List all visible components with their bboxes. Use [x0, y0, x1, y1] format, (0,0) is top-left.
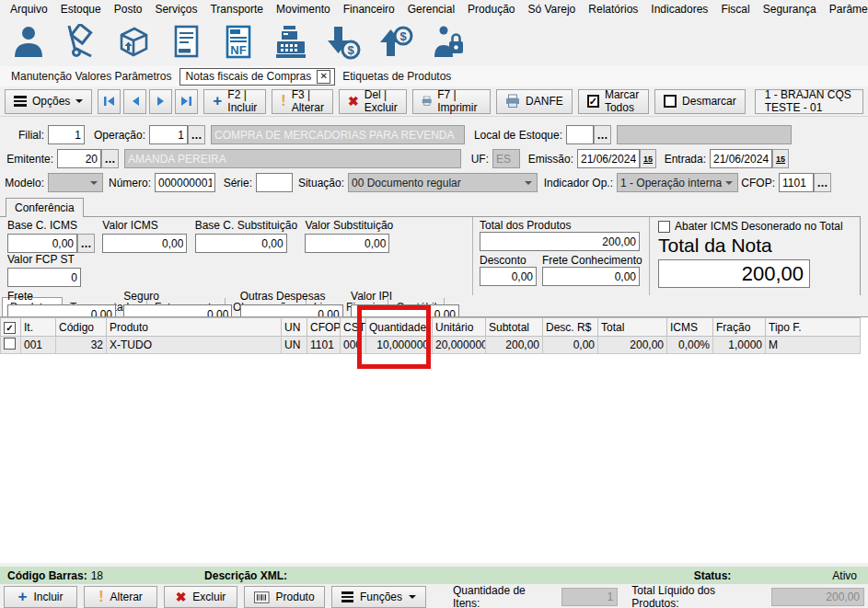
- desmarcar-label: Desmarcar: [682, 95, 736, 108]
- menu-servicos[interactable]: Serviços: [148, 1, 203, 17]
- funcoes-button[interactable]: Funções: [331, 586, 426, 608]
- table-row[interactable]: 001 32 X-TUDO UN 1101 000 10,000000 20,0…: [1, 337, 861, 354]
- options-button[interactable]: Opções: [5, 89, 92, 114]
- col-codigo[interactable]: Código: [56, 318, 107, 337]
- menu-producao[interactable]: Produção: [461, 1, 521, 17]
- local-estoque-input[interactable]: [566, 125, 594, 144]
- col-fracao[interactable]: Fração: [713, 318, 766, 337]
- emitente-browse-button[interactable]: …: [101, 149, 119, 168]
- icon-toolbar: NF $ $: [0, 18, 868, 66]
- del-excluir-button[interactable]: ✖ Del | Excluir: [339, 89, 407, 114]
- cfop-browse-button[interactable]: …: [814, 173, 831, 192]
- filial-input[interactable]: [48, 125, 85, 144]
- cfop-input[interactable]: [779, 173, 814, 192]
- valor-substituicao-input[interactable]: [305, 234, 389, 253]
- incluir-button[interactable]: + Incluir: [4, 586, 77, 608]
- menu-parametros[interactable]: Parâmetros: [823, 1, 868, 17]
- desconto-input[interactable]: [480, 267, 537, 286]
- emitente-input[interactable]: [57, 149, 101, 168]
- select-all-header[interactable]: ✓: [1, 318, 21, 337]
- produto-button[interactable]: Produto: [244, 586, 325, 608]
- col-total[interactable]: Total: [598, 318, 667, 337]
- first-record-button[interactable]: [98, 89, 121, 114]
- operacao-browse-button[interactable]: …: [188, 125, 205, 144]
- window-tab-notas-fiscais[interactable]: Notas fiscais de Compras ✕: [179, 68, 336, 86]
- base-c-substituicao-input[interactable]: [195, 234, 287, 253]
- emissao-calendar-button[interactable]: 15: [640, 149, 656, 168]
- local-estoque-browse-button[interactable]: …: [594, 125, 611, 144]
- cash-register-icon[interactable]: [272, 23, 310, 62]
- emitente-descricao-field: AMANDA PEREIRA: [124, 149, 461, 168]
- menu-relatorios[interactable]: Relatórios: [582, 1, 644, 17]
- entrada-date-input[interactable]: [710, 149, 772, 168]
- tax-fields-panel: Base C. ICMS … Valor ICMS Base C. Substi…: [0, 217, 472, 295]
- menu-indicadores[interactable]: Indicadores: [644, 1, 714, 17]
- previous-record-button[interactable]: [123, 89, 146, 114]
- col-quantidade[interactable]: Quantidade: [366, 318, 433, 337]
- excluir-button[interactable]: ✖ Excluir: [164, 586, 237, 608]
- handtruck-icon[interactable]: [62, 23, 100, 62]
- situacao-select[interactable]: 00 Documento regular: [348, 173, 538, 192]
- emissao-date-input[interactable]: [577, 149, 640, 168]
- menu-posto[interactable]: Posto: [108, 1, 149, 17]
- col-cst[interactable]: CST: [341, 318, 366, 337]
- marcar-todos-button[interactable]: ✓ Marcar Todos: [578, 89, 649, 114]
- items-table[interactable]: ✓ It. Código Produto UN CFOP CST Quantid…: [0, 317, 861, 354]
- col-produto[interactable]: Produto: [107, 318, 282, 337]
- entrada-calendar-button[interactable]: 15: [772, 149, 789, 168]
- menu-transporte[interactable]: Transporte: [203, 1, 270, 17]
- abater-icms-checkbox[interactable]: [658, 221, 670, 233]
- base-c-icms-input[interactable]: [7, 234, 77, 253]
- valor-icms-input[interactable]: [102, 234, 187, 253]
- menu-financeiro[interactable]: Financeiro: [337, 1, 401, 17]
- menu-so-varejo[interactable]: Só Varejo: [521, 1, 582, 17]
- col-unitario[interactable]: Unitário: [433, 318, 486, 337]
- col-tipo-f[interactable]: Tipo F.: [766, 318, 861, 337]
- col-icms[interactable]: ICMS: [667, 318, 713, 337]
- operacao-input[interactable]: [149, 125, 188, 144]
- f3-alterar-button[interactable]: ! F3 | Alterar: [272, 89, 333, 114]
- money-out-icon[interactable]: $: [376, 23, 415, 62]
- modelo-select[interactable]: [48, 173, 103, 192]
- last-record-button[interactable]: [175, 89, 198, 114]
- col-cfop[interactable]: CFOP: [307, 318, 341, 337]
- menu-estoque[interactable]: Estoque: [54, 1, 108, 17]
- row-select-cell[interactable]: [1, 337, 21, 354]
- menu-gerencial[interactable]: Gerencial: [401, 1, 461, 17]
- indicador-op-select[interactable]: 1 - Operação interna: [617, 173, 738, 192]
- money-in-icon[interactable]: $: [324, 23, 363, 62]
- valor-fcp-st-input[interactable]: [7, 268, 81, 287]
- danfe-button[interactable]: DANFE: [496, 89, 573, 114]
- company-selector[interactable]: 1 - BRAJAN CQS TESTE - 01: [755, 89, 863, 114]
- numero-input[interactable]: [155, 173, 215, 192]
- window-tab-etiquetas[interactable]: Etiquetas de Produtos: [335, 68, 458, 85]
- f2-incluir-label: F2 | Incluir: [227, 88, 257, 114]
- tab-conferencia[interactable]: Conferência: [6, 198, 84, 217]
- col-un[interactable]: UN: [282, 318, 307, 337]
- menu-seguranca[interactable]: Segurança: [757, 1, 823, 17]
- base-c-icms-browse-button[interactable]: …: [77, 234, 95, 253]
- f2-incluir-button[interactable]: + F2 | Incluir: [203, 89, 266, 114]
- desmarcar-button[interactable]: Desmarcar: [654, 89, 746, 114]
- menu-movimento[interactable]: Movimento: [270, 1, 337, 17]
- nf-invoice-icon[interactable]: NF: [219, 23, 258, 62]
- user-lock-icon[interactable]: [429, 23, 468, 62]
- user-icon[interactable]: [9, 23, 48, 62]
- menu-fiscal[interactable]: Fiscal: [714, 1, 756, 17]
- next-record-button[interactable]: [149, 89, 172, 114]
- col-subtotal[interactable]: Subtotal: [486, 318, 543, 337]
- col-it[interactable]: It.: [21, 318, 56, 337]
- f7-imprimir-button[interactable]: F7 | Imprimir: [412, 89, 491, 114]
- header-checked-checkbox-icon[interactable]: ✓: [4, 322, 16, 334]
- col-desc-rs[interactable]: Desc. R$: [543, 318, 598, 337]
- serie-input[interactable]: [256, 173, 293, 192]
- package-box-icon[interactable]: [114, 23, 153, 62]
- menu-arquivo[interactable]: Arquivo: [4, 1, 54, 17]
- close-tab-icon[interactable]: ✕: [317, 70, 330, 84]
- row-checkbox[interactable]: [4, 338, 16, 350]
- frete-conhecimento-input[interactable]: [542, 267, 640, 286]
- window-tab-manutencao[interactable]: Manutenção Valores Parâmetros: [4, 68, 179, 85]
- alterar-button[interactable]: ! Alterar: [84, 586, 157, 608]
- document-icon[interactable]: [167, 23, 205, 62]
- cell-unitario: 20,000000: [433, 337, 486, 354]
